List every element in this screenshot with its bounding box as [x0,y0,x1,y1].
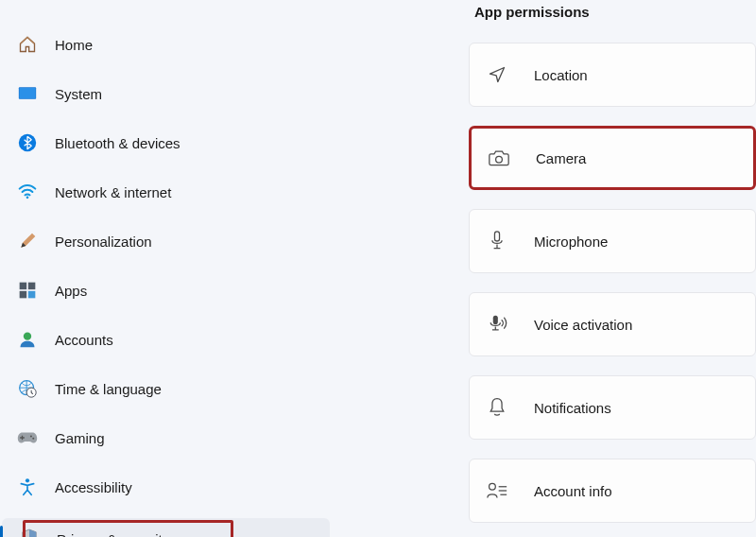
account-info-icon [487,480,507,501]
sidebar-item-personalization[interactable]: Personalization [0,223,335,259]
location-icon [487,64,507,85]
permission-card-notifications[interactable]: Notifications [469,375,756,440]
sidebar-item-gaming[interactable]: Gaming [0,420,335,456]
permission-card-camera[interactable]: Camera [469,126,756,190]
permission-card-label: Camera [536,150,586,166]
person-icon [17,329,38,350]
svg-point-11 [30,435,32,437]
svg-rect-1 [20,88,36,98]
microphone-icon [487,231,507,251]
svg-point-13 [26,478,29,482]
sidebar-item-system[interactable]: System [0,76,335,112]
main-panel: App permissions Location Camera Micropho… [454,0,756,537]
svg-rect-7 [28,291,36,299]
sidebar-item-accessibility[interactable]: Accessibility [0,469,335,505]
bluetooth-icon [17,132,38,153]
sidebar-item-label: Accounts [55,332,113,348]
settings-sidebar: Home System Bluetooth & devices Network … [0,0,335,537]
sidebar-item-label: Bluetooth & devices [55,135,180,151]
home-icon [17,34,38,55]
permission-card-voice-activation[interactable]: Voice activation [469,292,756,356]
paintbrush-icon [17,231,38,251]
sidebar-item-accounts[interactable]: Accounts [0,321,335,357]
permission-card-label: Notifications [534,400,611,416]
permission-card-account-info[interactable]: Account info [469,459,756,523]
system-icon [17,83,38,104]
sidebar-item-network[interactable]: Network & internet [0,174,335,210]
sidebar-item-bluetooth[interactable]: Bluetooth & devices [0,125,335,161]
sidebar-item-label: Time & language [55,381,162,397]
camera-icon [489,147,509,168]
svg-point-17 [490,483,496,490]
permission-card-label: Voice activation [534,317,632,333]
sidebar-item-time-language[interactable]: Time & language [0,371,335,407]
svg-rect-16 [493,316,498,324]
gamepad-icon [17,427,38,448]
apps-icon [17,280,38,301]
svg-rect-5 [28,283,36,290]
permission-card-label: Account info [534,483,612,499]
sidebar-item-privacy-security[interactable]: Privacy & security [2,518,330,537]
bell-icon [487,397,507,418]
svg-point-8 [24,333,31,340]
voice-activation-icon [487,314,507,335]
sidebar-item-home[interactable]: Home [0,26,335,62]
globe-clock-icon [17,378,38,399]
sidebar-item-label: Apps [55,283,87,299]
svg-point-3 [26,197,29,199]
svg-point-14 [496,156,503,163]
svg-rect-15 [494,232,499,241]
permission-card-location[interactable]: Location [469,43,756,107]
svg-rect-6 [20,291,27,299]
sidebar-item-apps[interactable]: Apps [0,272,335,308]
sidebar-item-label: Privacy & security [57,531,169,538]
shield-icon [19,528,40,537]
svg-point-12 [32,438,34,440]
sidebar-item-label: Accessibility [55,479,132,495]
permission-card-label: Location [534,67,588,83]
sidebar-item-label: System [55,86,102,102]
sidebar-item-label: Network & internet [55,184,171,200]
accessibility-icon [17,476,38,497]
svg-rect-4 [20,283,27,290]
section-title: App permissions [474,4,756,20]
sidebar-item-label: Personalization [55,234,152,250]
permission-list: Location Camera Microphone Voice activat… [454,43,756,523]
wifi-icon [17,182,38,202]
permission-card-microphone[interactable]: Microphone [469,209,756,273]
permission-card-label: Microphone [534,234,608,250]
sidebar-item-label: Gaming [55,430,105,446]
sidebar-item-label: Home [55,37,93,53]
